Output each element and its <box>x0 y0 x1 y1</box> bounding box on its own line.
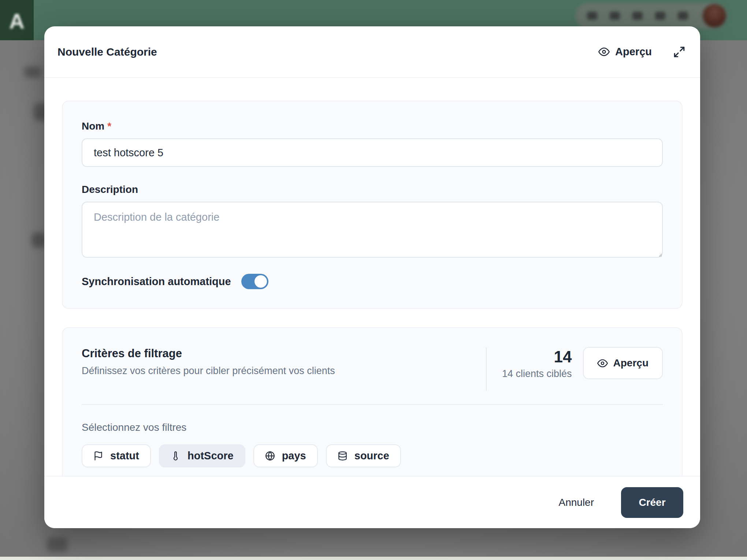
select-filters-label: Sélectionnez vos filtres <box>82 422 663 433</box>
sync-label: Synchronisation automatique <box>82 276 231 288</box>
name-input[interactable] <box>82 138 663 167</box>
eye-icon <box>597 358 608 369</box>
modal-header: Nouvelle Catégorie Aperçu <box>44 26 700 78</box>
modal-body: Nom* Description Synchronisation automat… <box>44 78 700 476</box>
blurred-sidebar-item <box>31 233 46 247</box>
user-avatar <box>703 4 726 27</box>
blurred-toolbar-icon <box>655 12 665 20</box>
preview-button-label: Aperçu <box>613 357 648 369</box>
targeted-count-caption: 14 clients ciblés <box>502 368 572 380</box>
sync-row: Synchronisation automatique <box>82 274 663 289</box>
preview-button-header[interactable]: Aperçu <box>598 46 652 58</box>
modal-header-actions: Aperçu <box>598 46 685 58</box>
filter-chip-label: source <box>354 450 389 462</box>
create-button[interactable]: Créer <box>621 487 683 518</box>
globe-icon <box>265 451 275 461</box>
description-label: Description <box>82 184 663 195</box>
general-info-card: Nom* Description Synchronisation automat… <box>62 101 683 309</box>
filter-chip-pays[interactable]: pays <box>253 444 318 467</box>
preview-button-label: Aperçu <box>615 46 652 58</box>
filter-criteria-card: Critères de filtrage Définissez vos crit… <box>62 327 683 476</box>
filters-headings: Critères de filtrage Définissez vos crit… <box>82 347 486 377</box>
blurred-toolbar-icon <box>610 12 620 20</box>
filter-chips: statut hotScore pays <box>82 444 663 467</box>
filters-heading: Critères de filtrage <box>82 347 471 360</box>
required-asterisk: * <box>107 120 111 132</box>
filter-chip-statut[interactable]: statut <box>82 444 151 467</box>
modal-footer: Annuler Créer <box>44 476 700 528</box>
filter-chip-hotscore[interactable]: hotScore <box>159 444 245 467</box>
description-textarea[interactable] <box>82 202 663 258</box>
blurred-toolbar-icon <box>632 12 643 20</box>
eye-icon <box>598 46 610 57</box>
blurred-toolbar-icon <box>678 12 688 20</box>
name-label: Nom* <box>82 120 663 132</box>
toggle-knob <box>254 275 267 288</box>
targeted-count-number: 14 <box>502 348 572 366</box>
header-toolbar <box>575 3 727 29</box>
flag-icon <box>93 451 103 461</box>
filter-chip-source[interactable]: source <box>326 444 401 467</box>
modal-title: Nouvelle Catégorie <box>57 44 157 60</box>
maximize-icon <box>673 46 685 58</box>
blurred-sidebar-item <box>24 67 41 78</box>
screen: A Nouvelle Catégorie Aperçu <box>0 0 747 560</box>
page-bottom-strip <box>0 557 747 560</box>
filter-chip-label: hotScore <box>187 450 234 462</box>
vertical-divider <box>486 348 487 391</box>
filter-chip-label: pays <box>282 450 306 462</box>
cancel-button[interactable]: Annuler <box>548 489 604 516</box>
expand-button[interactable] <box>673 46 685 58</box>
targeted-count: 14 14 clients ciblés <box>502 347 572 380</box>
name-label-text: Nom <box>82 120 104 132</box>
app-logo-letter: A <box>9 9 25 33</box>
database-icon <box>338 451 348 461</box>
app-logo: A <box>0 0 34 40</box>
filters-subheading: Définissez vos critères pour cibler préc… <box>82 365 471 377</box>
sync-toggle[interactable] <box>241 274 268 289</box>
new-category-modal: Nouvelle Catégorie Aperçu Nom* <box>44 26 700 528</box>
blurred-page-item <box>47 537 67 552</box>
filters-top-row: Critères de filtrage Définissez vos crit… <box>82 347 663 391</box>
blurred-toolbar-icon <box>587 12 597 20</box>
thermometer-icon <box>171 451 181 461</box>
preview-button-filters[interactable]: Aperçu <box>583 347 663 379</box>
filter-chip-label: statut <box>110 450 139 462</box>
section-divider <box>82 404 663 405</box>
